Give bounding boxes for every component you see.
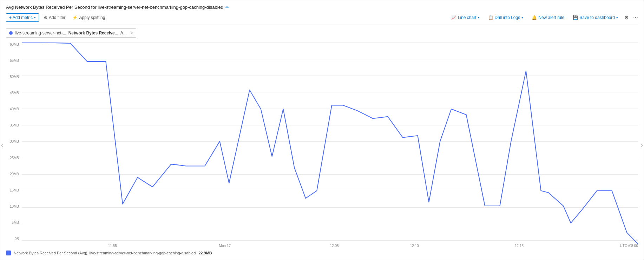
chart-inner: 11:55 Mon 17 12:05 12:10 12:15 UTC+08:00 xyxy=(22,43,638,248)
x-label-utc: UTC+08:00 xyxy=(620,244,638,248)
y-label-0: 0B xyxy=(15,237,19,241)
y-label-25: 25MB xyxy=(10,156,19,160)
chart-line xyxy=(22,43,638,248)
title-row: Avg Network Bytes Received Per Second fo… xyxy=(6,5,638,10)
metric-dot xyxy=(9,31,13,35)
metric-aggregation: A... xyxy=(120,31,127,35)
metric-tag-close-button[interactable]: × xyxy=(130,30,133,36)
y-label-55: 55MB xyxy=(10,59,19,63)
main-container: Avg Network Bytes Received Per Second fo… xyxy=(0,0,644,260)
chart-nav-right[interactable]: › xyxy=(641,142,643,149)
chart-nav-left[interactable]: ‹ xyxy=(1,142,3,149)
x-label-1210: 12:10 xyxy=(410,244,419,248)
x-label-1215: 12:15 xyxy=(515,244,524,248)
y-label-5: 5MB xyxy=(12,221,19,225)
x-label-1205: 12:05 xyxy=(330,244,339,248)
legend-value: 22.9MB xyxy=(198,251,212,255)
save-icon: 💾 xyxy=(573,15,578,20)
line-chart-chevron: ▾ xyxy=(478,16,480,19)
y-label-10: 10MB xyxy=(10,204,19,208)
more-options-icon[interactable]: ⋯ xyxy=(633,15,638,20)
chart-wrapper: ‹ 60MB 55MB 50MB 45MB 40MB 35MB 30MB 25M… xyxy=(6,43,638,248)
toolbar: + Add metric ▾ ⊕ Add filter ⚡ Apply spli… xyxy=(6,13,638,25)
y-label-50: 50MB xyxy=(10,75,19,79)
line-chart-icon: 📈 xyxy=(451,15,456,20)
y-label-40: 40MB xyxy=(10,107,19,111)
y-label-20: 20MB xyxy=(10,172,19,176)
alert-icon: 🔔 xyxy=(532,15,537,20)
save-to-dashboard-button[interactable]: 💾 Save to dashboard ▾ xyxy=(571,14,620,21)
edit-title-icon[interactable]: ✏ xyxy=(225,5,229,10)
y-axis: 60MB 55MB 50MB 45MB 40MB 35MB 30MB 25MB … xyxy=(6,43,22,248)
y-label-35: 35MB xyxy=(10,123,19,127)
legend: Network Bytes Received Per Second (Avg),… xyxy=(6,251,638,255)
legend-swatch xyxy=(6,251,11,255)
drill-into-logs-label: Drill into Logs xyxy=(495,15,520,20)
legend-label: Network Bytes Received Per Second (Avg),… xyxy=(14,251,196,255)
filter-icon: ⊕ xyxy=(44,15,47,20)
save-chevron: ▾ xyxy=(616,16,618,19)
apply-splitting-label: Apply splitting xyxy=(79,15,105,20)
drill-logs-chevron: ▾ xyxy=(521,16,523,19)
toolbar-left: + Add metric ▾ ⊕ Add filter ⚡ Apply spli… xyxy=(6,13,107,22)
add-metric-chevron: ▾ xyxy=(34,16,36,19)
y-label-60: 60MB xyxy=(10,43,19,46)
new-alert-rule-button[interactable]: 🔔 New alert rule xyxy=(530,14,566,21)
y-label-15: 15MB xyxy=(10,188,19,192)
add-filter-button[interactable]: ⊕ Add filter xyxy=(42,14,67,21)
metric-name: Network Bytes Receive... xyxy=(68,31,118,35)
x-label-1155: 11:55 xyxy=(108,244,117,248)
x-axis: 11:55 Mon 17 12:05 12:10 12:15 UTC+08:00 xyxy=(22,241,638,248)
add-metric-label: + Add metric xyxy=(9,15,33,20)
new-alert-rule-label: New alert rule xyxy=(538,15,564,20)
add-metric-button[interactable]: + Add metric ▾ xyxy=(6,13,39,22)
save-to-dashboard-label: Save to dashboard xyxy=(579,15,615,20)
split-icon: ⚡ xyxy=(72,15,78,20)
add-filter-label: Add filter xyxy=(49,15,65,20)
apply-splitting-button[interactable]: ⚡ Apply splitting xyxy=(70,14,107,21)
line-chart-label: Line chart xyxy=(458,15,477,20)
chart-area: ‹ 60MB 55MB 50MB 45MB 40MB 35MB 30MB 25M… xyxy=(6,43,638,255)
toolbar-right: 📈 Line chart ▾ 📋 Drill into Logs ▾ 🔔 New… xyxy=(449,14,638,21)
drill-icon: 📋 xyxy=(488,15,493,20)
drill-into-logs-button[interactable]: 📋 Drill into Logs ▾ xyxy=(486,14,526,21)
chart-title: Avg Network Bytes Received Per Second fo… xyxy=(6,5,223,10)
metric-server: live-streaming-server-net-... xyxy=(15,31,66,35)
line-chart-button[interactable]: 📈 Line chart ▾ xyxy=(449,14,482,21)
settings-icon[interactable]: ⚙ xyxy=(624,15,629,20)
y-label-30: 30MB xyxy=(10,139,19,143)
metric-tag: live-streaming-server-net-... Network By… xyxy=(6,28,136,38)
y-label-45: 45MB xyxy=(10,91,19,95)
x-label-mon17: Mon 17 xyxy=(219,244,231,248)
